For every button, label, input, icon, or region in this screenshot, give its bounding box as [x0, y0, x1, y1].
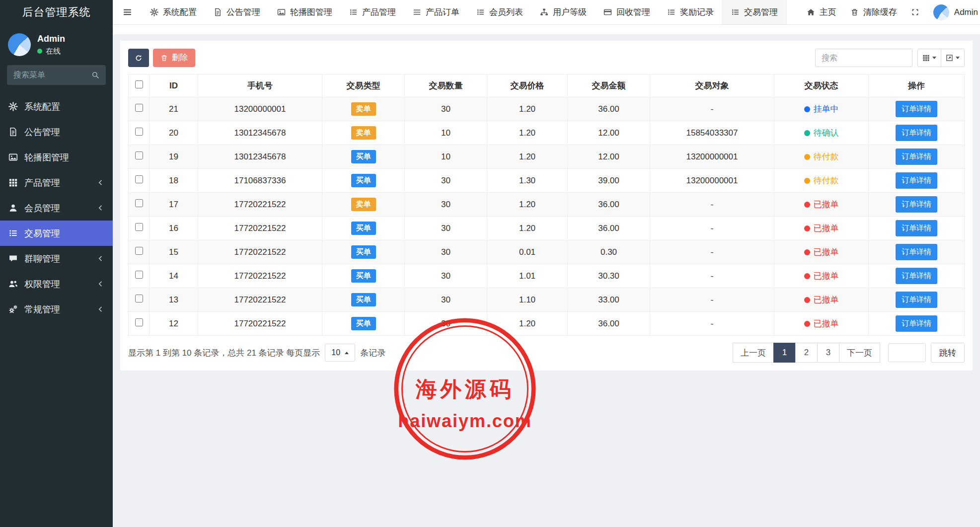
cell-target: 13200000001	[650, 169, 774, 193]
chevron-left-icon	[97, 305, 104, 313]
refresh-button[interactable]	[128, 49, 149, 67]
sidebar-search-input[interactable]	[13, 71, 91, 79]
user-status: 在线	[37, 47, 65, 56]
caret-up-icon	[345, 352, 349, 354]
order-detail-button[interactable]: 订单详情	[896, 149, 937, 165]
status-text: 待付款	[814, 176, 839, 185]
clear-cache-label: 清除缓存	[863, 6, 897, 18]
navbar-user[interactable]: Admin	[933, 4, 978, 20]
status-text: 待确认	[814, 128, 839, 138]
fullscreen-icon	[911, 8, 919, 16]
navbar-tab[interactable]: 系统配置	[142, 0, 205, 24]
order-detail-button[interactable]: 订单详情	[896, 220, 937, 236]
cell-phone: 17720221522	[198, 312, 322, 336]
row-checkbox[interactable]	[135, 199, 143, 207]
order-detail-button[interactable]: 订单详情	[896, 244, 937, 260]
page-size-selector[interactable]: 10	[325, 344, 355, 362]
sidebar-item[interactable]: 交易管理	[0, 221, 113, 246]
sidebar-item-label: 公告管理	[24, 126, 60, 138]
order-detail-button[interactable]: 订单详情	[896, 196, 937, 213]
navbar-tab[interactable]: 奖励记录	[659, 0, 722, 24]
hamburger-menu-button[interactable]	[113, 0, 142, 24]
cell-qty: 30	[405, 217, 487, 240]
navbar-tab[interactable]: 轮播图管理	[269, 0, 341, 24]
export-button[interactable]	[941, 49, 965, 67]
sidebar-item[interactable]: 公告管理	[0, 119, 113, 145]
status-dot-icon	[804, 249, 810, 255]
row-checkbox[interactable]	[135, 151, 143, 159]
navbar-tab[interactable]: 会员列表	[468, 0, 531, 24]
row-checkbox[interactable]	[135, 247, 143, 255]
select-all-checkbox[interactable]	[135, 80, 143, 88]
navbar-tab[interactable]: 回收管理	[595, 0, 659, 24]
page-number-button[interactable]: 1	[773, 343, 796, 363]
row-checkbox[interactable]	[135, 271, 143, 279]
sidebar-item[interactable]: 会员管理	[0, 195, 113, 221]
cell-price: 1.20	[487, 312, 568, 336]
page-number-button[interactable]: 2	[795, 343, 818, 363]
cogs-icon	[8, 304, 18, 314]
toolbar-right	[815, 49, 965, 67]
cell-price: 1.01	[487, 264, 568, 288]
order-detail-button[interactable]: 订单详情	[896, 315, 937, 332]
sidebar-item[interactable]: 系统配置	[0, 94, 113, 119]
cell-qty: 30	[405, 264, 487, 288]
home-link[interactable]: 主页	[807, 6, 836, 18]
cell-status: 已撤单	[774, 288, 869, 312]
order-detail-button[interactable]: 订单详情	[896, 268, 937, 284]
row-checkbox[interactable]	[135, 295, 143, 302]
navbar-tab[interactable]: 产品订单	[404, 0, 468, 24]
navbar-tab[interactable]: 用户等级	[531, 0, 595, 24]
row-checkbox[interactable]	[135, 128, 143, 136]
chevron-left-icon	[97, 179, 104, 186]
cell-id: 13	[150, 288, 198, 312]
order-detail-button[interactable]: 订单详情	[896, 292, 937, 308]
status-dot-icon	[804, 130, 810, 136]
fullscreen-button[interactable]	[911, 8, 919, 16]
sidebar-item[interactable]: 产品管理	[0, 170, 113, 195]
prev-page-button[interactable]: 上一页	[733, 343, 774, 363]
stamp-center-text: 海外源码	[415, 376, 515, 401]
row-checkbox[interactable]	[135, 318, 143, 326]
navbar-tab[interactable]: 产品管理	[341, 0, 404, 24]
sidebar-item[interactable]: 轮播图管理	[0, 145, 113, 170]
order-detail-button[interactable]: 订单详情	[896, 101, 937, 117]
table-search-input[interactable]	[815, 49, 912, 67]
cell-status: 已撤单	[774, 312, 869, 336]
sidebar-item-label: 群聊管理	[24, 253, 60, 265]
order-detail-button[interactable]: 订单详情	[896, 172, 937, 189]
users-icon	[8, 279, 18, 289]
delete-button[interactable]: 删除	[153, 49, 195, 67]
cell-phone: 17720221522	[198, 288, 322, 312]
sidebar-item-label: 产品管理	[24, 177, 60, 189]
status-text: 已撤单	[814, 319, 839, 328]
navbar-tab-label: 奖励记录	[680, 6, 714, 18]
order-detail-button[interactable]: 订单详情	[896, 125, 937, 141]
row-checkbox[interactable]	[135, 223, 143, 231]
row-checkbox[interactable]	[135, 104, 143, 112]
sidebar-item-label: 交易管理	[24, 227, 60, 239]
caret-down-icon	[932, 57, 936, 59]
sidebar-search	[7, 65, 106, 85]
jump-button[interactable]: 跳转	[931, 343, 965, 363]
pagination-controls: 上一页 123 下一页 跳转	[733, 343, 965, 363]
card-icon	[603, 8, 612, 16]
page-buttons: 上一页 123 下一页	[733, 343, 880, 363]
sidebar-item[interactable]: 群聊管理	[0, 246, 113, 271]
next-page-button[interactable]: 下一页	[839, 343, 880, 363]
jump-page-input[interactable]	[888, 343, 926, 362]
column-header: 交易状态	[774, 75, 869, 97]
row-checkbox[interactable]	[135, 175, 143, 183]
columns-toggle-button[interactable]	[917, 49, 941, 67]
sidebar-item[interactable]: 常规管理	[0, 297, 113, 322]
page-number-button[interactable]: 3	[817, 343, 839, 363]
sidebar-item[interactable]: 权限管理	[0, 271, 113, 297]
cell-id: 18	[150, 169, 198, 193]
cell-qty: 30	[405, 240, 487, 264]
home-label: 主页	[820, 6, 836, 18]
clear-cache-link[interactable]: 清除缓存	[850, 6, 897, 18]
cell-amount: 33.00	[568, 288, 650, 312]
navbar-tab[interactable]: 公告管理	[205, 0, 269, 24]
navbar-tab[interactable]: 交易管理	[722, 0, 787, 24]
cell-status: 已撤单	[774, 217, 869, 240]
